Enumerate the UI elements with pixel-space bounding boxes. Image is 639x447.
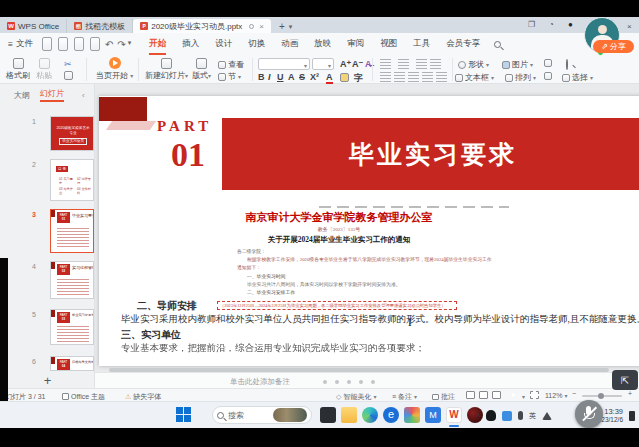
editing-canvas[interactable]: PART 01 毕业实习要求 南京审计大学金审学院教务管理办公室 教务〔2023… <box>95 84 639 372</box>
play-options-caret-icon[interactable]: ▾ <box>522 393 525 400</box>
shadow-button[interactable]: A <box>288 72 295 82</box>
bold-button[interactable]: B <box>258 72 265 82</box>
increase-indent-icon[interactable] <box>430 59 441 69</box>
reading-view-icon[interactable] <box>492 391 501 399</box>
overlay-paragraph-unit[interactable]: 专业基本要求，把握前沿，综合运用专业知识完成毕业实习的各项要求； <box>121 342 425 355</box>
print-preview-icon[interactable] <box>90 37 100 51</box>
notification-icon[interactable] <box>629 411 635 421</box>
section-button[interactable]: 节▾ <box>218 71 241 82</box>
overlay-heading-mentor[interactable]: 二、导师安排 <box>137 299 197 313</box>
tab-animation[interactable]: 动画 <box>273 35 306 53</box>
select-button[interactable]: 选择▾ <box>562 72 593 83</box>
justify-icon[interactable] <box>422 72 433 82</box>
increase-font-icon[interactable]: A⁺ <box>340 59 351 69</box>
redo-caret-icon[interactable]: ▾ <box>128 39 132 47</box>
highlight-color-icon[interactable] <box>340 73 349 82</box>
font-size-select[interactable]: ▾ <box>312 58 334 70</box>
copy-icon[interactable] <box>64 71 73 80</box>
align-right-icon[interactable] <box>408 72 419 82</box>
wps-app-icon-active[interactable]: W <box>446 407 462 423</box>
save-icon[interactable] <box>42 37 52 51</box>
paste-button[interactable]: 粘贴 <box>36 58 52 81</box>
tab-slideshow[interactable]: 放映 <box>306 35 339 53</box>
qq-icon[interactable] <box>486 410 496 421</box>
collapse-panel-icon[interactable]: ‹ <box>82 91 85 100</box>
picture-button[interactable]: 图片▾ <box>502 59 533 70</box>
align-center-icon[interactable] <box>394 72 405 82</box>
browser-e-icon[interactable]: e <box>383 407 399 423</box>
slide-thumbnail-1[interactable]: 2020级数字媒体艺术专业 毕业实习动员 <box>50 116 94 151</box>
new-tab-button[interactable]: + <box>279 21 285 32</box>
tray-app-icon[interactable] <box>502 411 512 421</box>
tab-view[interactable]: 视图 <box>372 35 405 53</box>
settings-gear-icon[interactable]: ◔ <box>549 20 554 29</box>
zoom-in-button[interactable]: + <box>628 390 632 397</box>
align-left-icon[interactable] <box>380 72 391 82</box>
taskbar-search[interactable]: 搜索 <box>212 406 312 424</box>
underline-button[interactable]: U <box>277 72 284 82</box>
decrease-indent-icon[interactable] <box>416 59 427 69</box>
decrease-font-icon[interactable]: A⁻ <box>352 59 363 69</box>
tab-home[interactable]: 开始 <box>141 35 174 53</box>
strike-button[interactable]: S <box>299 72 305 82</box>
tab-transition[interactable]: 切换 <box>240 35 273 53</box>
shapes-button[interactable]: 形状▾ <box>458 59 489 70</box>
notes-toggle[interactable]: ≡ 备注▾ <box>392 392 417 402</box>
slides-tab[interactable]: 幻灯片 <box>40 88 64 102</box>
tab-design[interactable]: 设计 <box>207 35 240 53</box>
insert-chart-icon[interactable] <box>544 59 552 67</box>
add-slide-button[interactable]: + <box>0 372 95 388</box>
missing-fonts-warning[interactable]: ⚠ 缺失字体 <box>125 392 161 402</box>
tab-presentation-active[interactable]: P 2020级毕业实习动员.pptx × <box>133 19 271 33</box>
export-pdf-icon[interactable] <box>58 37 68 51</box>
new-slide-button[interactable]: 新建幻灯片▾ <box>145 58 188 81</box>
slide-3-canvas[interactable]: PART 01 毕业实习要求 南京审计大学金审学院教务管理办公室 教务〔2023… <box>99 96 639 366</box>
clear-format-icon[interactable]: A̶ <box>365 59 372 69</box>
tab-review[interactable]: 审阅 <box>339 35 372 53</box>
tab-list-caret-icon[interactable]: ▾ <box>289 23 293 31</box>
photos-app-icon[interactable] <box>404 407 420 423</box>
normal-view-icon[interactable] <box>466 391 475 399</box>
slide-master-icon[interactable] <box>544 72 552 80</box>
ribbon-search-icon[interactable] <box>494 41 501 48</box>
numbered-list-icon[interactable] <box>398 59 409 69</box>
arrange-button[interactable]: 排列▾ <box>505 72 536 83</box>
font-color-button[interactable]: A <box>326 72 333 84</box>
superscript-button[interactable]: X² <box>310 72 319 82</box>
fullscreen-icon[interactable] <box>530 391 539 399</box>
play-from-current-button[interactable]: 当页开始 ▾ <box>96 57 133 81</box>
overlay-paragraph-mentor[interactable]: 毕业实习采用校内教师和校外实习单位人员共同担任实习指导教师的形式。校内导师为毕业… <box>121 313 639 326</box>
outline-tab[interactable]: 大纲 <box>14 90 30 101</box>
language-indicator[interactable]: 英 <box>529 411 536 421</box>
overlay-heading-unit[interactable]: 三、实习单位 <box>121 328 181 342</box>
edge-browser-icon[interactable] <box>362 407 378 423</box>
tab-docer-template[interactable]: 稻 找稻壳模板 <box>67 19 133 33</box>
mic-muted-button[interactable] <box>575 400 603 428</box>
tab-insert[interactable]: 插入 <box>174 35 207 53</box>
layout-button[interactable]: 版式▾ <box>192 58 211 81</box>
open-meeting-panel-button[interactable]: ⇱ <box>612 370 638 390</box>
slide-thumbnail-4[interactable]: PART02 实习过程管理 <box>50 261 94 299</box>
theme-moon-icon[interactable]: ● <box>568 20 573 29</box>
zoom-slider[interactable] <box>582 395 622 397</box>
textbox-button[interactable]: 文本框▾ <box>455 72 494 83</box>
slide-thumbnail-6[interactable]: PART04 归档相关文件材料 <box>50 356 94 371</box>
zoom-slider-knob[interactable] <box>598 393 604 399</box>
notes-bar[interactable]: 单击此处添加备注 <box>95 372 639 388</box>
wifi-icon[interactable] <box>542 412 552 420</box>
tab-close-icon[interactable]: × <box>259 22 264 31</box>
tray-expand-icon[interactable]: ˄ <box>476 412 480 419</box>
zoom-out-button[interactable]: − <box>572 390 576 397</box>
view-button[interactable]: 查看 <box>218 59 244 70</box>
find-icon[interactable] <box>566 59 568 70</box>
notes-placeholder[interactable]: 单击此处添加备注 <box>230 377 290 387</box>
slide-thumbnail-5[interactable]: PART03 毕业实习中需完成的相关作业 <box>50 309 94 345</box>
italic-button[interactable]: I <box>268 72 271 82</box>
undo-icon[interactable]: ↶ <box>105 39 113 50</box>
tray-mic-icon[interactable] <box>518 411 523 420</box>
close-window-icon[interactable]: × <box>627 22 632 31</box>
share-button[interactable]: ⇗ 分享 <box>593 40 634 53</box>
theme-indicator[interactable]: Office 主题 <box>62 392 105 402</box>
task-view-button[interactable] <box>320 407 336 423</box>
sorter-view-icon[interactable] <box>479 391 488 399</box>
